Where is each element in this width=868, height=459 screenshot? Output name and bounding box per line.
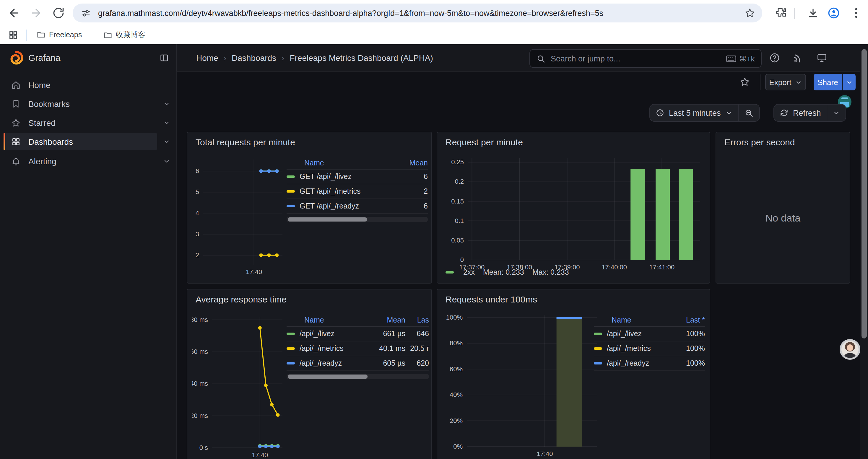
chevron-down-icon[interactable] (163, 158, 170, 165)
bookmark-folder[interactable]: 收藏博客 (103, 30, 145, 40)
chart-canvas[interactable]: 80 ms60 ms40 ms20 ms0 s17:40 (192, 317, 285, 459)
chart-total-requests[interactable]: 6543217:40 (192, 160, 285, 277)
sidebar-toggle-icon[interactable] (159, 53, 169, 63)
series-value: 100% (674, 359, 705, 367)
legend-table-row: /api/_/readyz605 µs620 (286, 356, 429, 371)
monitor-icon[interactable] (816, 53, 827, 63)
series-value: 2 (395, 187, 428, 196)
grafana-logo-icon[interactable] (9, 50, 24, 65)
panel-title[interactable]: Average response time (195, 294, 286, 304)
column-header[interactable]: Las (405, 316, 429, 324)
series-value: 6 (395, 202, 428, 210)
panel-average-response-time: Average response time 80 ms60 ms40 ms20 … (187, 289, 432, 459)
time-range-picker[interactable]: Last 5 minutes (650, 104, 738, 121)
panel-title[interactable]: Requests under 100ms (445, 294, 537, 304)
sidebar-item-starred[interactable]: Starred (4, 114, 157, 131)
rss-news-icon[interactable] (793, 53, 803, 63)
legend-table-header: NameMean (286, 157, 428, 169)
scrollbar-thumb[interactable] (862, 49, 867, 338)
svg-text:0: 0 (460, 256, 464, 263)
breadcrumb-item[interactable]: Freeleaps Metrics Dashboard (ALPHA) (289, 53, 433, 63)
share-button[interactable]: Share (814, 74, 842, 90)
sidebar-item-dashboards[interactable]: Dashboards (4, 133, 157, 150)
series-name[interactable]: /api/_/metrics (300, 345, 344, 353)
series-name[interactable]: GET /api/_/metrics (300, 187, 361, 196)
export-button[interactable]: Export (765, 74, 806, 90)
bookmark-star-icon[interactable] (745, 8, 755, 18)
panel-title[interactable]: Errors per second (724, 137, 795, 147)
refresh-controls: Refresh (773, 104, 846, 122)
series-name[interactable]: /api/_/readyz (607, 359, 649, 367)
chart-requests-under-100ms[interactable]: 100%80%60%40%20%0%17:40 (443, 316, 601, 459)
legend-table: NameLast */api/_/livez100%/api/_/metrics… (594, 314, 705, 371)
series-swatch (594, 347, 602, 350)
url-bar[interactable]: grafana.mathmast.com/d/deytv4rwavabkb/fr… (73, 4, 762, 23)
series-name[interactable]: GET /api/_/livez (300, 172, 351, 181)
brand-name[interactable]: Grafana (28, 53, 60, 63)
legend-table-row: GET /api/_/livez6 (286, 169, 428, 184)
scrollbar-thumb[interactable] (288, 218, 367, 222)
svg-text:0.05: 0.05 (451, 237, 464, 244)
chevron-down-icon (833, 109, 840, 116)
legend-table-row: /api/_/livez100% (594, 327, 705, 341)
series-swatch (286, 347, 295, 350)
sidebar-item-alerting[interactable]: Alerting (4, 153, 157, 169)
panel-title[interactable]: Total requests per minute (195, 137, 295, 147)
legend-table-header: NameLast * (594, 314, 705, 327)
reload-icon[interactable] (52, 6, 65, 20)
breadcrumb-item[interactable]: Home (196, 53, 218, 63)
site-settings-icon[interactable] (81, 8, 91, 18)
extensions-icon[interactable] (775, 7, 787, 19)
chevron-down-icon[interactable] (163, 119, 170, 126)
back-icon[interactable] (8, 6, 21, 20)
series-name[interactable]: /api/_/livez (300, 330, 335, 338)
chart-request-per-minute[interactable]: 0.250.20.150.10.05017:37:0017:38:0017:39… (443, 158, 705, 274)
column-header[interactable]: Name (286, 316, 369, 324)
apps-grid-icon[interactable] (8, 30, 18, 40)
chevron-down-icon (846, 79, 852, 85)
breadcrumb-separator: › (224, 53, 226, 63)
refresh-button[interactable]: Refresh (774, 104, 827, 121)
chevron-down-icon[interactable] (163, 100, 170, 107)
help-icon[interactable] (769, 53, 780, 63)
chart-average-response-time[interactable]: 80 ms60 ms40 ms20 ms0 s17:40 (192, 317, 285, 459)
profile-icon[interactable] (827, 6, 840, 20)
series-name[interactable]: /api/_/readyz (300, 359, 342, 367)
scrollbar-thumb[interactable] (288, 374, 368, 379)
sidebar-item-bookmarks[interactable]: Bookmarks (4, 95, 157, 112)
favorite-star-icon[interactable] (740, 77, 750, 87)
breadcrumb-item[interactable]: Dashboards (231, 53, 276, 63)
chart-canvas[interactable]: 0.250.20.150.10.05017:37:0017:38:0017:39… (443, 158, 705, 274)
series-name[interactable]: /api/_/livez (607, 330, 642, 338)
column-header[interactable]: Name (286, 159, 395, 167)
refresh-interval-dropdown[interactable] (828, 104, 846, 121)
search-input[interactable]: Search or jump to... ⌘+k (529, 49, 762, 68)
folder-icon (37, 30, 45, 39)
chart-canvas[interactable]: 6543217:40 (192, 160, 285, 277)
floating-assistant-avatar[interactable] (840, 339, 860, 360)
column-header[interactable]: Mean (369, 316, 405, 324)
url-text[interactable]: grafana.mathmast.com/d/deytv4rwavabkb/fr… (98, 8, 737, 18)
zoom-out-button[interactable] (739, 104, 759, 121)
bookmark-folder[interactable]: Freeleaps (37, 30, 82, 39)
download-icon[interactable] (807, 7, 819, 19)
series-name[interactable]: /api/_/metrics (607, 345, 651, 353)
svg-text:3: 3 (195, 230, 199, 238)
legend-item-2xx[interactable]: 2xx (445, 268, 475, 276)
series-value: 661 µs (369, 330, 405, 338)
column-header[interactable]: Name (594, 316, 674, 324)
menu-kebab-icon[interactable] (850, 6, 863, 20)
column-header[interactable]: Last * (674, 316, 705, 324)
series-value: 6 (395, 172, 428, 181)
chevron-down-icon[interactable] (163, 138, 170, 145)
svg-text:17:40: 17:40 (252, 451, 268, 459)
svg-text:17:40: 17:40 (246, 268, 262, 275)
column-header[interactable]: Mean (395, 159, 428, 167)
sidebar-item-home[interactable]: Home (4, 76, 157, 93)
panel-title[interactable]: Request per minute (445, 137, 523, 147)
series-name[interactable]: GET /api/_/readyz (300, 202, 359, 210)
chart-canvas[interactable]: 100%80%60%40%20%0%17:40 (443, 316, 601, 459)
share-options-button[interactable] (843, 74, 856, 90)
forward-icon[interactable] (30, 6, 42, 20)
svg-text:17:40:00: 17:40:00 (601, 263, 627, 271)
